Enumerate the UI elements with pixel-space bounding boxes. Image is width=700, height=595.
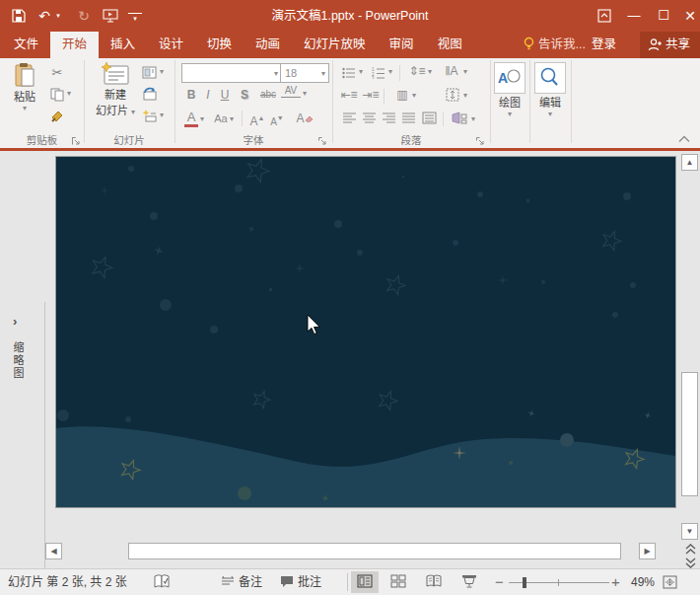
align-left-button[interactable]: [340, 110, 358, 126]
tell-me-box[interactable]: 告诉我...: [523, 32, 586, 58]
section-dropdown-arrow[interactable]: ▾: [160, 111, 164, 119]
new-slide-button[interactable]: 新建 幻灯片 ▾: [94, 62, 137, 117]
slideshow-view-button[interactable]: [455, 571, 483, 593]
collapse-ribbon-button[interactable]: [678, 135, 690, 143]
font-color-dropdown-arrow[interactable]: ▾: [200, 114, 204, 123]
slide-canvas[interactable]: [55, 156, 676, 508]
grow-font-button[interactable]: A▲: [249, 110, 265, 130]
slide-sorter-view-button[interactable]: [385, 571, 412, 593]
previous-slide-button[interactable]: [682, 544, 698, 555]
layout-button[interactable]: [139, 64, 159, 81]
section-button[interactable]: [139, 108, 159, 123]
vertical-scrollbar-thumb[interactable]: [681, 372, 698, 496]
drawing-label: 绘图: [493, 94, 526, 110]
convert-smartart-dropdown-arrow[interactable]: ▾: [471, 114, 475, 123]
decrease-indent-button[interactable]: ⇤≡: [340, 86, 358, 104]
new-slide-label-line2: 幻灯片: [96, 105, 128, 116]
strikethrough-button[interactable]: abc: [257, 86, 279, 104]
change-case-button[interactable]: Aa: [212, 110, 230, 127]
shrink-font-button[interactable]: A▼: [269, 110, 285, 131]
clear-formatting-button[interactable]: A: [295, 110, 315, 127]
scroll-right-button[interactable]: ▶: [639, 543, 656, 559]
font-dialog-launcher[interactable]: [318, 137, 326, 145]
notes-button[interactable]: 备注: [221, 569, 262, 595]
distribute-button[interactable]: [419, 110, 439, 126]
layout-dropdown-arrow[interactable]: ▾: [160, 67, 164, 76]
normal-view-button[interactable]: [351, 571, 379, 593]
align-right-button[interactable]: [380, 110, 397, 126]
columns-button[interactable]: ▥: [393, 86, 411, 104]
tab-view[interactable]: 视图: [426, 32, 474, 58]
share-button[interactable]: 共享: [640, 32, 700, 58]
zoom-level[interactable]: 49%: [631, 569, 655, 595]
ribbon: 粘贴 ▾ ✂ ▾ 剪贴板 新建 幻灯片 ▾ ▾ ▾: [0, 58, 700, 148]
text-direction-button[interactable]: ⫴A: [441, 62, 462, 80]
next-slide-button[interactable]: [682, 558, 698, 568]
character-spacing-dropdown-arrow[interactable]: ▾: [303, 89, 307, 98]
tab-review[interactable]: 审阅: [378, 32, 426, 58]
share-label: 共享: [665, 37, 690, 51]
new-slide-dropdown-arrow: ▾: [131, 108, 135, 116]
reset-button[interactable]: [139, 86, 159, 102]
columns-dropdown-arrow[interactable]: ▾: [412, 91, 416, 100]
text-shadow-button[interactable]: S: [238, 86, 251, 104]
italic-button[interactable]: I: [202, 86, 214, 104]
change-case-dropdown-arrow[interactable]: ▾: [230, 114, 234, 123]
zoom-slider-thumb[interactable]: [523, 577, 526, 588]
copy-dropdown-arrow[interactable]: ▾: [67, 89, 71, 98]
align-center-button[interactable]: [360, 110, 378, 126]
fit-slide-to-window-button[interactable]: [663, 575, 677, 589]
clipboard-dialog-launcher[interactable]: [72, 137, 80, 145]
bullets-dropdown-arrow[interactable]: ▾: [359, 67, 363, 76]
reading-view-button[interactable]: [420, 571, 448, 593]
format-painter-button[interactable]: [47, 108, 67, 125]
expand-thumbnails-chevron-icon[interactable]: ›: [13, 314, 17, 329]
scroll-up-button[interactable]: ▲: [681, 154, 698, 171]
underline-button[interactable]: U: [218, 86, 232, 104]
drawing-group: A 绘图 ▾ 绘图: [490, 58, 529, 148]
numbering-dropdown-arrow[interactable]: ▾: [388, 67, 392, 76]
horizontal-scrollbar-thumb[interactable]: [128, 543, 621, 559]
text-direction-dropdown-arrow[interactable]: ▾: [463, 67, 467, 76]
tab-home[interactable]: 开始: [50, 32, 99, 58]
cut-button[interactable]: ✂: [47, 64, 67, 82]
comments-button[interactable]: 批注: [280, 569, 321, 595]
bullets-button[interactable]: [340, 64, 358, 82]
tab-design[interactable]: 设计: [147, 32, 195, 58]
convert-smartart-button[interactable]: [449, 110, 470, 126]
tab-transitions[interactable]: 切换: [195, 32, 244, 58]
sign-in-button[interactable]: 登录: [592, 32, 616, 58]
justify-button[interactable]: [399, 110, 417, 126]
zoom-in-button[interactable]: +: [611, 569, 620, 595]
font-name-combo[interactable]: ▾: [181, 63, 282, 83]
align-text-button[interactable]: [443, 86, 462, 104]
scroll-left-button[interactable]: ◀: [45, 543, 62, 559]
ribbon-display-options-button[interactable]: [590, 0, 619, 32]
increase-indent-button[interactable]: ⇥≡: [362, 86, 380, 104]
font-color-button[interactable]: A: [184, 110, 198, 127]
font-size-combo[interactable]: 18▾: [280, 63, 329, 83]
paragraph-dialog-launcher[interactable]: [476, 137, 484, 145]
tab-animations[interactable]: 动画: [244, 32, 292, 58]
bold-button[interactable]: B: [184, 86, 198, 104]
maximize-button[interactable]: ☐: [649, 0, 678, 32]
drawing-button[interactable]: A 绘图 ▾: [493, 62, 526, 118]
minimize-button[interactable]: —: [619, 0, 649, 32]
zoom-out-button[interactable]: −: [495, 569, 504, 595]
editing-button[interactable]: 编辑 ▾: [533, 62, 567, 118]
character-spacing-button[interactable]: AV: [281, 84, 301, 98]
paste-button[interactable]: 粘贴 ▾: [8, 62, 41, 112]
copy-button[interactable]: [47, 86, 67, 104]
close-button[interactable]: ✕: [675, 0, 700, 32]
paragraph-group-label: 段落: [332, 132, 490, 147]
line-spacing-dropdown-arrow[interactable]: ▾: [428, 67, 432, 76]
line-spacing-button[interactable]: ⇕≡: [407, 62, 427, 80]
spell-check-button[interactable]: [154, 574, 170, 595]
scroll-down-button[interactable]: ▼: [681, 523, 698, 540]
tab-file[interactable]: 文件: [2, 32, 50, 58]
align-text-dropdown-arrow[interactable]: ▾: [463, 91, 467, 100]
tab-insert[interactable]: 插入: [99, 32, 147, 58]
tab-slideshow[interactable]: 幻灯片放映: [292, 32, 378, 58]
numbering-button[interactable]: 123: [370, 64, 387, 82]
thumbnail-pane-collapsed[interactable]: › 缩略图: [0, 302, 44, 595]
